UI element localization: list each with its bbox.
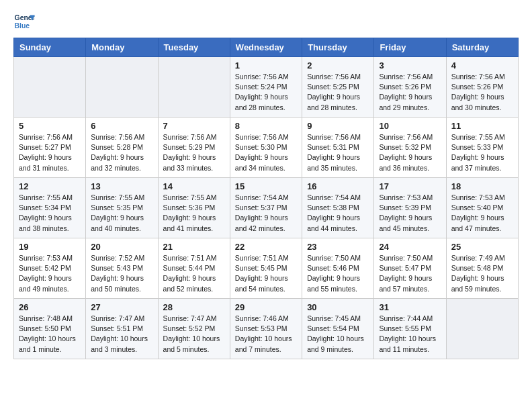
calendar-cell: 18Sunrise: 7:53 AM Sunset: 5:40 PM Dayli… [446,178,518,238]
day-number: 17 [379,181,441,191]
day-info: Sunrise: 7:56 AM Sunset: 5:30 PM Dayligh… [235,132,297,173]
calendar-cell: 21Sunrise: 7:51 AM Sunset: 5:44 PM Dayli… [158,238,230,299]
day-info: Sunrise: 7:50 AM Sunset: 5:46 PM Dayligh… [307,253,369,294]
calendar-week-4: 19Sunrise: 7:53 AM Sunset: 5:42 PM Dayli… [14,238,519,299]
header: General Blue [13,11,519,32]
day-number: 16 [307,181,369,191]
day-info: Sunrise: 7:56 AM Sunset: 5:26 PM Dayligh… [379,72,441,113]
day-number: 1 [235,60,297,71]
calendar-cell: 1Sunrise: 7:56 AM Sunset: 5:24 PM Daylig… [230,57,302,118]
day-info: Sunrise: 7:47 AM Sunset: 5:51 PM Dayligh… [91,314,152,355]
day-number: 11 [451,121,513,131]
day-number: 6 [91,121,152,131]
calendar-cell: 6Sunrise: 7:56 AM Sunset: 5:28 PM Daylig… [86,118,158,178]
calendar-cell: 2Sunrise: 7:56 AM Sunset: 5:25 PM Daylig… [302,57,374,118]
header-cell-friday: Friday [374,38,446,57]
calendar-cell: 27Sunrise: 7:47 AM Sunset: 5:51 PM Dayli… [86,299,158,359]
day-number: 15 [235,181,297,191]
day-info: Sunrise: 7:56 AM Sunset: 5:24 PM Dayligh… [235,72,297,113]
day-info: Sunrise: 7:45 AM Sunset: 5:54 PM Dayligh… [307,314,369,355]
day-number: 8 [235,121,297,131]
calendar-week-1: 1Sunrise: 7:56 AM Sunset: 5:24 PM Daylig… [14,57,519,118]
day-info: Sunrise: 7:53 AM Sunset: 5:42 PM Dayligh… [19,253,81,294]
calendar-cell: 19Sunrise: 7:53 AM Sunset: 5:42 PM Dayli… [14,238,86,299]
day-info: Sunrise: 7:54 AM Sunset: 5:38 PM Dayligh… [307,193,369,234]
day-number: 10 [379,121,441,131]
calendar-cell: 28Sunrise: 7:47 AM Sunset: 5:52 PM Dayli… [158,299,230,359]
day-info: Sunrise: 7:51 AM Sunset: 5:44 PM Dayligh… [163,253,225,294]
day-number: 28 [163,302,225,312]
day-info: Sunrise: 7:44 AM Sunset: 5:55 PM Dayligh… [379,314,441,355]
day-info: Sunrise: 7:50 AM Sunset: 5:47 PM Dayligh… [379,253,441,294]
calendar-cell [14,57,86,118]
calendar-cell: 22Sunrise: 7:51 AM Sunset: 5:45 PM Dayli… [230,238,302,299]
calendar-cell: 30Sunrise: 7:45 AM Sunset: 5:54 PM Dayli… [302,299,374,359]
header-cell-wednesday: Wednesday [230,38,302,57]
calendar-cell: 8Sunrise: 7:56 AM Sunset: 5:30 PM Daylig… [230,118,302,178]
day-number: 31 [379,302,441,312]
header-cell-saturday: Saturday [446,38,518,57]
calendar-cell [158,57,230,118]
day-info: Sunrise: 7:55 AM Sunset: 5:33 PM Dayligh… [451,132,513,173]
calendar-cell: 26Sunrise: 7:48 AM Sunset: 5:50 PM Dayli… [14,299,86,359]
day-info: Sunrise: 7:53 AM Sunset: 5:40 PM Dayligh… [451,193,513,234]
day-number: 24 [379,242,441,252]
calendar-cell: 16Sunrise: 7:54 AM Sunset: 5:38 PM Dayli… [302,178,374,238]
day-number: 27 [91,302,152,312]
day-number: 29 [235,302,297,312]
day-info: Sunrise: 7:56 AM Sunset: 5:28 PM Dayligh… [91,132,152,173]
day-number: 2 [307,60,369,71]
day-info: Sunrise: 7:46 AM Sunset: 5:53 PM Dayligh… [235,314,297,355]
day-info: Sunrise: 7:55 AM Sunset: 5:36 PM Dayligh… [163,193,225,234]
day-number: 23 [307,242,369,252]
calendar-cell: 31Sunrise: 7:44 AM Sunset: 5:55 PM Dayli… [374,299,446,359]
page: General Blue SundayMondayTuesdayWednesda… [0,0,532,366]
day-number: 21 [163,242,225,252]
logo: General Blue [13,11,38,32]
calendar-cell [86,57,158,118]
day-number: 18 [451,181,513,191]
svg-text:Blue: Blue [15,22,30,30]
day-number: 3 [379,60,441,71]
day-number: 20 [91,242,152,252]
calendar-cell: 11Sunrise: 7:55 AM Sunset: 5:33 PM Dayli… [446,118,518,178]
calendar-cell: 17Sunrise: 7:53 AM Sunset: 5:39 PM Dayli… [374,178,446,238]
logo-icon: General Blue [13,11,35,32]
header-cell-sunday: Sunday [14,38,86,57]
day-info: Sunrise: 7:56 AM Sunset: 5:31 PM Dayligh… [307,132,369,173]
day-number: 25 [451,242,513,252]
day-number: 22 [235,242,297,252]
day-info: Sunrise: 7:54 AM Sunset: 5:37 PM Dayligh… [235,193,297,234]
calendar-table: SundayMondayTuesdayWednesdayThursdayFrid… [13,38,519,359]
calendar-cell: 5Sunrise: 7:56 AM Sunset: 5:27 PM Daylig… [14,118,86,178]
day-info: Sunrise: 7:55 AM Sunset: 5:34 PM Dayligh… [19,193,81,234]
day-number: 14 [163,181,225,191]
calendar-week-5: 26Sunrise: 7:48 AM Sunset: 5:50 PM Dayli… [14,299,519,359]
day-info: Sunrise: 7:48 AM Sunset: 5:50 PM Dayligh… [19,314,81,355]
calendar-cell: 3Sunrise: 7:56 AM Sunset: 5:26 PM Daylig… [374,57,446,118]
day-number: 13 [91,181,152,191]
day-info: Sunrise: 7:55 AM Sunset: 5:35 PM Dayligh… [91,193,152,234]
day-info: Sunrise: 7:51 AM Sunset: 5:45 PM Dayligh… [235,253,297,294]
calendar-cell: 13Sunrise: 7:55 AM Sunset: 5:35 PM Dayli… [86,178,158,238]
header-row: SundayMondayTuesdayWednesdayThursdayFrid… [14,38,519,57]
calendar-cell: 20Sunrise: 7:52 AM Sunset: 5:43 PM Dayli… [86,238,158,299]
calendar-cell: 4Sunrise: 7:56 AM Sunset: 5:26 PM Daylig… [446,57,518,118]
calendar-header: SundayMondayTuesdayWednesdayThursdayFrid… [14,38,519,57]
day-info: Sunrise: 7:53 AM Sunset: 5:39 PM Dayligh… [379,193,441,234]
day-number: 5 [19,121,81,131]
calendar-cell: 25Sunrise: 7:49 AM Sunset: 5:48 PM Dayli… [446,238,518,299]
day-number: 9 [307,121,369,131]
calendar-cell: 14Sunrise: 7:55 AM Sunset: 5:36 PM Dayli… [158,178,230,238]
header-cell-thursday: Thursday [302,38,374,57]
day-number: 30 [307,302,369,312]
calendar-cell [446,299,518,359]
day-number: 7 [163,121,225,131]
calendar-week-3: 12Sunrise: 7:55 AM Sunset: 5:34 PM Dayli… [14,178,519,238]
day-info: Sunrise: 7:56 AM Sunset: 5:32 PM Dayligh… [379,132,441,173]
day-number: 19 [19,242,81,252]
calendar-cell: 7Sunrise: 7:56 AM Sunset: 5:29 PM Daylig… [158,118,230,178]
calendar-cell: 23Sunrise: 7:50 AM Sunset: 5:46 PM Dayli… [302,238,374,299]
header-cell-tuesday: Tuesday [158,38,230,57]
calendar-cell: 10Sunrise: 7:56 AM Sunset: 5:32 PM Dayli… [374,118,446,178]
